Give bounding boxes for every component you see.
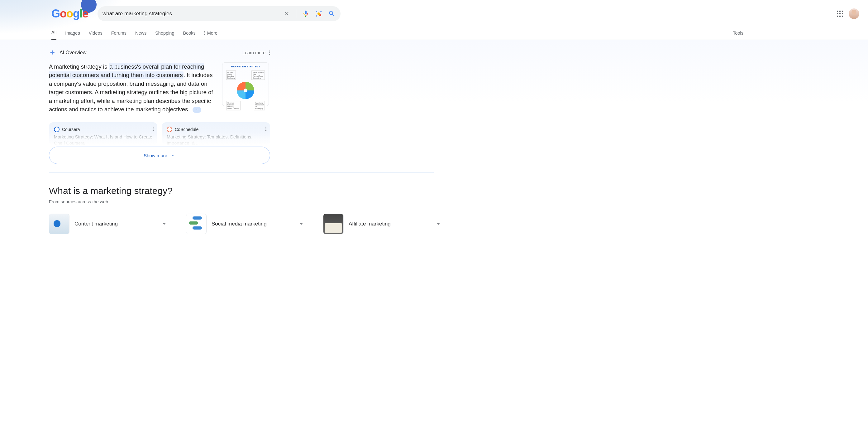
related-social-media-marketing[interactable]: Social media marketing bbox=[186, 214, 304, 234]
tools-button[interactable]: Tools bbox=[733, 31, 743, 35]
coschedule-icon bbox=[167, 127, 172, 132]
search-input[interactable] bbox=[102, 10, 283, 17]
apps-icon[interactable] bbox=[837, 10, 843, 17]
related-thumb bbox=[323, 214, 344, 234]
chevron-down-icon bbox=[298, 221, 304, 227]
source-name: Coursera bbox=[62, 127, 80, 132]
source-name: CoSchedule bbox=[175, 127, 198, 132]
ai-overview-title: AI Overview bbox=[60, 50, 86, 56]
chevron-down-icon bbox=[435, 221, 441, 227]
related-label: Social media marketing bbox=[212, 221, 293, 227]
source-snippet: Marketing Strategy: What It Is and How t… bbox=[54, 134, 152, 145]
collapse-button[interactable] bbox=[192, 107, 201, 113]
related-thumb bbox=[49, 214, 69, 234]
ai-thumbnail[interactable]: MARKETING STRATEGY ProductQualityBrandin… bbox=[222, 62, 269, 106]
lens-icon[interactable] bbox=[315, 10, 322, 18]
chevron-down-icon bbox=[170, 153, 176, 158]
source-card-coursera[interactable]: Coursera Marketing Strategy: What It Is … bbox=[49, 122, 157, 145]
avatar[interactable] bbox=[849, 8, 859, 19]
ai-overview-text: A marketing strategy is a business's ove… bbox=[49, 62, 217, 114]
related-content-marketing[interactable]: Content marketing bbox=[49, 214, 167, 234]
google-logo[interactable]: Google bbox=[52, 7, 88, 20]
mic-icon[interactable] bbox=[302, 10, 309, 18]
ai-menu-icon[interactable] bbox=[269, 51, 270, 55]
source-card-coschedule[interactable]: CoSchedule Marketing Strategy: Templates… bbox=[162, 122, 270, 145]
search-bar[interactable] bbox=[97, 6, 341, 21]
tab-more[interactable]: More bbox=[205, 26, 217, 39]
chevron-down-icon bbox=[161, 221, 167, 227]
show-more-button[interactable]: Show more bbox=[49, 147, 270, 164]
more-dots-icon bbox=[205, 31, 205, 35]
coursera-icon bbox=[54, 127, 60, 132]
svg-point-1 bbox=[317, 12, 320, 15]
section-subtitle: From sources across the web bbox=[49, 199, 868, 204]
learn-more-link[interactable]: Learn more bbox=[242, 50, 266, 55]
related-affiliate-marketing[interactable]: Affiliate marketing bbox=[323, 214, 441, 234]
divider bbox=[296, 9, 296, 18]
svg-point-0 bbox=[319, 14, 321, 16]
related-label: Affiliate marketing bbox=[349, 221, 430, 227]
tab-shopping[interactable]: Shopping bbox=[155, 26, 174, 39]
clear-icon[interactable] bbox=[283, 10, 290, 18]
card-menu-icon[interactable] bbox=[153, 127, 154, 131]
tab-forums[interactable]: Forums bbox=[111, 26, 126, 39]
section-title: What is a marketing strategy? bbox=[49, 185, 868, 196]
source-snippet: Marketing Strategy: Templates, Definitio… bbox=[167, 134, 265, 145]
card-menu-icon[interactable] bbox=[266, 127, 267, 131]
ai-sparkle-icon bbox=[49, 49, 56, 56]
related-label: Content marketing bbox=[74, 221, 156, 227]
related-thumb bbox=[186, 214, 207, 234]
tab-news[interactable]: News bbox=[135, 26, 147, 39]
tab-books[interactable]: Books bbox=[183, 26, 195, 39]
search-icon[interactable] bbox=[328, 10, 336, 18]
